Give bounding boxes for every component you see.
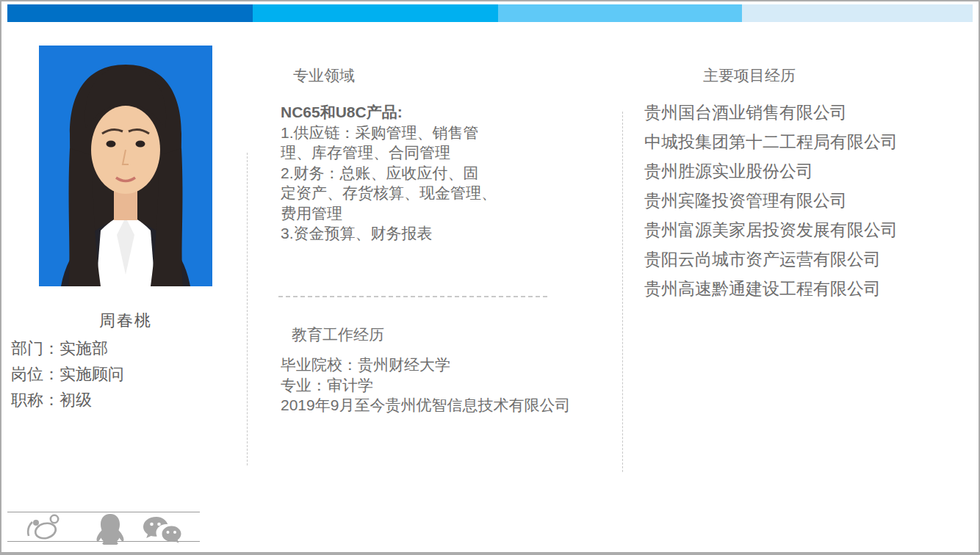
stray-pen-mark: [63, 396, 73, 405]
textbox-dashed-border-left: [247, 153, 248, 465]
project-company: 中城投集团第十二工程局有限公司: [644, 127, 898, 156]
field-position: 岗位：实施顾问: [11, 361, 124, 387]
expertise-line: 2.财务：总账、应收应付、固: [281, 163, 560, 184]
topbar-segment-1: [7, 4, 253, 22]
qq-icon[interactable]: [94, 512, 126, 545]
expertise-body: NC65和U8C产品: 1.供应链：采购管理、销售管 理、库存管理、合同管理 2…: [281, 102, 560, 244]
education-major: 专业：审计学: [281, 375, 626, 396]
project-company: 贵州高速黔通建设工程有限公司: [644, 274, 898, 303]
weibo-icon[interactable]: [26, 513, 62, 541]
project-company: 贵州胜源实业股份公司: [644, 156, 898, 186]
field-department: 部门：实施部: [11, 335, 124, 361]
project-company: 贵州富源美家居投资发展有限公司: [644, 215, 898, 244]
expertise-line: 理、库存管理、合同管理: [281, 142, 560, 163]
dashed-divider: [278, 296, 547, 297]
profile-slide: 周春桃 部门：实施部 岗位：实施顾问 职称：初级 专业领域 NC65和U8C产品…: [0, 0, 980, 555]
education-work: 2019年9月至今贵州优智信息技术有限公司: [281, 395, 626, 416]
product-heading: NC65和U8C产品:: [281, 102, 560, 123]
expertise-line: 3.资金预算、财务报表: [281, 223, 560, 244]
wechat-icon[interactable]: [141, 515, 184, 545]
project-company: 贵阳云尚城市资产运营有限公司: [644, 244, 898, 274]
expertise-line: 费用管理: [281, 203, 560, 224]
project-company: 贵州宾隆投资管理有限公司: [644, 186, 898, 215]
expertise-line: 1.供应链：采购管理、销售管: [281, 123, 560, 143]
projects-list: 贵州国台酒业销售有限公司 中城投集团第十二工程局有限公司 贵州胜源实业股份公司 …: [644, 98, 898, 303]
education-school: 毕业院校：贵州财经大学: [281, 355, 626, 375]
project-company: 贵州国台酒业销售有限公司: [644, 98, 898, 127]
projects-title: 主要项目经历: [703, 65, 796, 86]
expertise-line: 定资产、存货核算、现金管理、: [281, 183, 560, 203]
education-body: 毕业院校：贵州财经大学 专业：审计学 2019年9月至今贵州优智信息技术有限公司: [281, 355, 626, 416]
education-title: 教育工作经历: [292, 324, 384, 345]
topbar-segment-4: [742, 4, 973, 22]
expertise-title: 专业领域: [293, 65, 355, 86]
topbar-segment-3: [498, 4, 742, 22]
textbox-dashed-border-right: [622, 112, 623, 472]
portrait-illustration: [39, 46, 212, 286]
employee-name: 周春桃: [39, 310, 212, 332]
topbar-segment-2: [253, 4, 498, 22]
profile-photo: [39, 46, 212, 286]
